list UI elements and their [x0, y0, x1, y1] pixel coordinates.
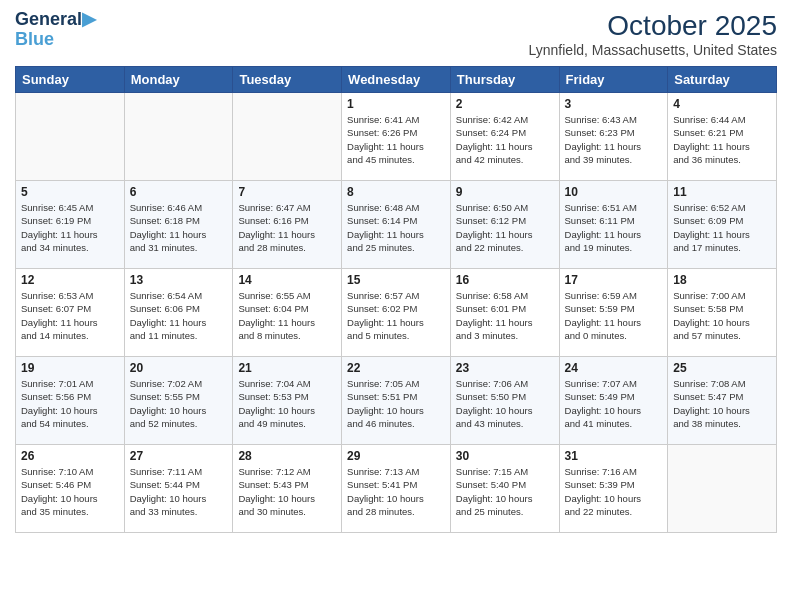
weekday-header-tuesday: Tuesday	[233, 67, 342, 93]
header: General▶ Blue October 2025 Lynnfield, Ma…	[15, 10, 777, 58]
day-info: Sunrise: 6:50 AM Sunset: 6:12 PM Dayligh…	[456, 201, 554, 254]
day-info: Sunrise: 7:07 AM Sunset: 5:49 PM Dayligh…	[565, 377, 663, 430]
day-info: Sunrise: 6:46 AM Sunset: 6:18 PM Dayligh…	[130, 201, 228, 254]
day-cell-10: 8Sunrise: 6:48 AM Sunset: 6:14 PM Daylig…	[342, 181, 451, 269]
day-number: 25	[673, 361, 771, 375]
month-title: October 2025	[529, 10, 778, 42]
day-cell-27: 25Sunrise: 7:08 AM Sunset: 5:47 PM Dayli…	[668, 357, 777, 445]
day-cell-24: 22Sunrise: 7:05 AM Sunset: 5:51 PM Dayli…	[342, 357, 451, 445]
page: General▶ Blue October 2025 Lynnfield, Ma…	[0, 0, 792, 543]
day-number: 28	[238, 449, 336, 463]
day-number: 17	[565, 273, 663, 287]
day-cell-33: 31Sunrise: 7:16 AM Sunset: 5:39 PM Dayli…	[559, 445, 668, 533]
day-cell-12: 10Sunrise: 6:51 AM Sunset: 6:11 PM Dayli…	[559, 181, 668, 269]
day-cell-21: 19Sunrise: 7:01 AM Sunset: 5:56 PM Dayli…	[16, 357, 125, 445]
day-number: 5	[21, 185, 119, 199]
day-info: Sunrise: 7:02 AM Sunset: 5:55 PM Dayligh…	[130, 377, 228, 430]
day-cell-17: 15Sunrise: 6:57 AM Sunset: 6:02 PM Dayli…	[342, 269, 451, 357]
day-number: 20	[130, 361, 228, 375]
logo-blue: Blue	[15, 30, 96, 50]
day-cell-19: 17Sunrise: 6:59 AM Sunset: 5:59 PM Dayli…	[559, 269, 668, 357]
day-number: 19	[21, 361, 119, 375]
day-cell-2	[233, 93, 342, 181]
day-info: Sunrise: 7:16 AM Sunset: 5:39 PM Dayligh…	[565, 465, 663, 518]
day-cell-25: 23Sunrise: 7:06 AM Sunset: 5:50 PM Dayli…	[450, 357, 559, 445]
day-cell-22: 20Sunrise: 7:02 AM Sunset: 5:55 PM Dayli…	[124, 357, 233, 445]
day-info: Sunrise: 6:41 AM Sunset: 6:26 PM Dayligh…	[347, 113, 445, 166]
day-info: Sunrise: 6:58 AM Sunset: 6:01 PM Dayligh…	[456, 289, 554, 342]
day-number: 31	[565, 449, 663, 463]
day-cell-9: 7Sunrise: 6:47 AM Sunset: 6:16 PM Daylig…	[233, 181, 342, 269]
day-number: 24	[565, 361, 663, 375]
day-cell-3: 1Sunrise: 6:41 AM Sunset: 6:26 PM Daylig…	[342, 93, 451, 181]
weekday-header-saturday: Saturday	[668, 67, 777, 93]
day-cell-32: 30Sunrise: 7:15 AM Sunset: 5:40 PM Dayli…	[450, 445, 559, 533]
day-cell-30: 28Sunrise: 7:12 AM Sunset: 5:43 PM Dayli…	[233, 445, 342, 533]
calendar: SundayMondayTuesdayWednesdayThursdayFrid…	[15, 66, 777, 533]
logo: General▶ Blue	[15, 10, 96, 50]
day-number: 27	[130, 449, 228, 463]
day-cell-11: 9Sunrise: 6:50 AM Sunset: 6:12 PM Daylig…	[450, 181, 559, 269]
day-number: 23	[456, 361, 554, 375]
weekday-header-monday: Monday	[124, 67, 233, 93]
day-number: 2	[456, 97, 554, 111]
day-number: 29	[347, 449, 445, 463]
day-number: 14	[238, 273, 336, 287]
day-info: Sunrise: 7:08 AM Sunset: 5:47 PM Dayligh…	[673, 377, 771, 430]
day-cell-13: 11Sunrise: 6:52 AM Sunset: 6:09 PM Dayli…	[668, 181, 777, 269]
day-number: 30	[456, 449, 554, 463]
day-info: Sunrise: 7:11 AM Sunset: 5:44 PM Dayligh…	[130, 465, 228, 518]
day-info: Sunrise: 7:10 AM Sunset: 5:46 PM Dayligh…	[21, 465, 119, 518]
weekday-header-friday: Friday	[559, 67, 668, 93]
day-cell-14: 12Sunrise: 6:53 AM Sunset: 6:07 PM Dayli…	[16, 269, 125, 357]
day-cell-18: 16Sunrise: 6:58 AM Sunset: 6:01 PM Dayli…	[450, 269, 559, 357]
day-info: Sunrise: 7:15 AM Sunset: 5:40 PM Dayligh…	[456, 465, 554, 518]
day-cell-0	[16, 93, 125, 181]
day-number: 18	[673, 273, 771, 287]
day-info: Sunrise: 6:55 AM Sunset: 6:04 PM Dayligh…	[238, 289, 336, 342]
day-cell-16: 14Sunrise: 6:55 AM Sunset: 6:04 PM Dayli…	[233, 269, 342, 357]
day-info: Sunrise: 7:04 AM Sunset: 5:53 PM Dayligh…	[238, 377, 336, 430]
day-number: 12	[21, 273, 119, 287]
day-info: Sunrise: 7:05 AM Sunset: 5:51 PM Dayligh…	[347, 377, 445, 430]
week-row-4: 19Sunrise: 7:01 AM Sunset: 5:56 PM Dayli…	[16, 357, 777, 445]
day-number: 22	[347, 361, 445, 375]
day-info: Sunrise: 7:01 AM Sunset: 5:56 PM Dayligh…	[21, 377, 119, 430]
day-cell-20: 18Sunrise: 7:00 AM Sunset: 5:58 PM Dayli…	[668, 269, 777, 357]
weekday-header-wednesday: Wednesday	[342, 67, 451, 93]
day-info: Sunrise: 6:59 AM Sunset: 5:59 PM Dayligh…	[565, 289, 663, 342]
day-info: Sunrise: 6:52 AM Sunset: 6:09 PM Dayligh…	[673, 201, 771, 254]
day-info: Sunrise: 6:45 AM Sunset: 6:19 PM Dayligh…	[21, 201, 119, 254]
day-info: Sunrise: 6:57 AM Sunset: 6:02 PM Dayligh…	[347, 289, 445, 342]
day-info: Sunrise: 6:44 AM Sunset: 6:21 PM Dayligh…	[673, 113, 771, 166]
weekday-row: SundayMondayTuesdayWednesdayThursdayFrid…	[16, 67, 777, 93]
day-info: Sunrise: 6:42 AM Sunset: 6:24 PM Dayligh…	[456, 113, 554, 166]
day-info: Sunrise: 6:51 AM Sunset: 6:11 PM Dayligh…	[565, 201, 663, 254]
day-number: 21	[238, 361, 336, 375]
week-row-3: 12Sunrise: 6:53 AM Sunset: 6:07 PM Dayli…	[16, 269, 777, 357]
title-block: October 2025 Lynnfield, Massachusetts, U…	[529, 10, 778, 58]
day-cell-15: 13Sunrise: 6:54 AM Sunset: 6:06 PM Dayli…	[124, 269, 233, 357]
day-cell-28: 26Sunrise: 7:10 AM Sunset: 5:46 PM Dayli…	[16, 445, 125, 533]
day-number: 13	[130, 273, 228, 287]
logo-text: General▶	[15, 10, 96, 30]
day-cell-29: 27Sunrise: 7:11 AM Sunset: 5:44 PM Dayli…	[124, 445, 233, 533]
day-info: Sunrise: 6:47 AM Sunset: 6:16 PM Dayligh…	[238, 201, 336, 254]
day-number: 8	[347, 185, 445, 199]
week-row-1: 1Sunrise: 6:41 AM Sunset: 6:26 PM Daylig…	[16, 93, 777, 181]
day-cell-5: 3Sunrise: 6:43 AM Sunset: 6:23 PM Daylig…	[559, 93, 668, 181]
day-cell-26: 24Sunrise: 7:07 AM Sunset: 5:49 PM Dayli…	[559, 357, 668, 445]
day-cell-34	[668, 445, 777, 533]
weekday-header-sunday: Sunday	[16, 67, 125, 93]
week-row-2: 5Sunrise: 6:45 AM Sunset: 6:19 PM Daylig…	[16, 181, 777, 269]
day-info: Sunrise: 7:00 AM Sunset: 5:58 PM Dayligh…	[673, 289, 771, 342]
calendar-header: SundayMondayTuesdayWednesdayThursdayFrid…	[16, 67, 777, 93]
day-number: 15	[347, 273, 445, 287]
day-info: Sunrise: 7:13 AM Sunset: 5:41 PM Dayligh…	[347, 465, 445, 518]
day-number: 1	[347, 97, 445, 111]
week-row-5: 26Sunrise: 7:10 AM Sunset: 5:46 PM Dayli…	[16, 445, 777, 533]
calendar-body: 1Sunrise: 6:41 AM Sunset: 6:26 PM Daylig…	[16, 93, 777, 533]
location: Lynnfield, Massachusetts, United States	[529, 42, 778, 58]
day-info: Sunrise: 7:06 AM Sunset: 5:50 PM Dayligh…	[456, 377, 554, 430]
day-number: 11	[673, 185, 771, 199]
